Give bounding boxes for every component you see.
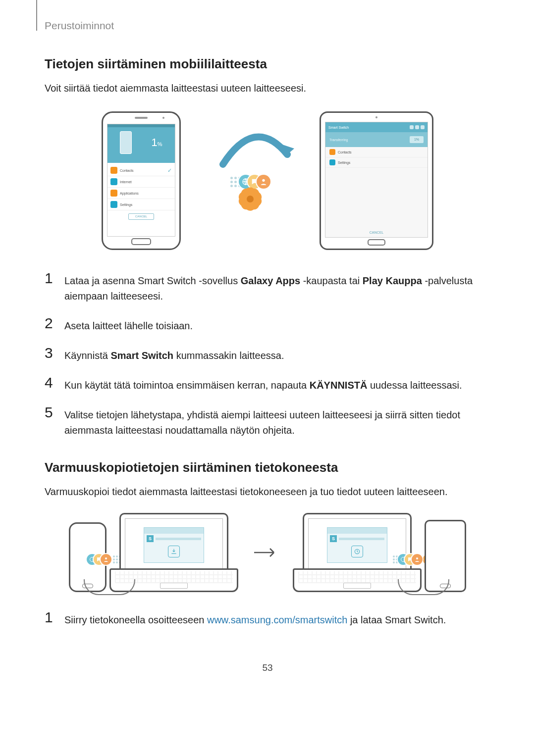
flower-icon xyxy=(233,182,268,216)
tablet-progress-chip: 1% xyxy=(410,136,424,143)
step1-text-a: Lataa ja asenna Smart Switch -sovellus xyxy=(64,275,241,286)
step4-bold: KÄYNNISTÄ xyxy=(310,380,368,391)
step-1: 1 Lataa ja asenna Smart Switch -sovellus… xyxy=(45,271,490,304)
download-icon xyxy=(168,546,180,557)
section1-intro: Voit siirtää tiedot aiemmasta laitteesta… xyxy=(45,81,490,96)
step5-text: Valitse tietojen lähetystapa, yhdistä ai… xyxy=(64,405,490,438)
phone-row-internet: Internet xyxy=(120,180,132,184)
laptop-app-badge: S xyxy=(330,535,337,542)
phone-row-contacts: Contacts xyxy=(120,169,134,172)
step4-text-c: uudessa laitteessasi. xyxy=(367,380,462,391)
tablet-subtitle: Transferring xyxy=(329,138,348,142)
step3-text-c: kummassakin laitteessa. xyxy=(173,350,284,361)
phone-progress-number: 1 xyxy=(151,136,157,149)
step-5: 5 Valitse tietojen lähetystapa, yhdistä … xyxy=(45,405,490,438)
svg-point-7 xyxy=(247,196,254,202)
step1-bold-1: Galaxy Apps xyxy=(241,275,300,286)
step1-bold-2: Play Kauppa xyxy=(363,275,422,286)
step2-1: 1 Siirry tietokoneella osoitteeseen www.… xyxy=(45,610,490,628)
section2-title: Varmuuskopiotietojen siirtäminen tietoko… xyxy=(45,460,490,475)
arc-arrow-icon xyxy=(211,127,300,172)
step-2: 2 Aseta laitteet lähelle toisiaan. xyxy=(45,316,490,334)
figure-mobile-transfer: 1% Contacts✓ Internet Applications Setti… xyxy=(45,111,490,250)
tablet-cancel-button: CANCEL xyxy=(370,231,383,234)
phone-row-apps: Applications xyxy=(120,192,139,195)
step2-text: Aseta laitteet lähelle toisiaan. xyxy=(64,316,193,334)
step1-text-c: -kaupasta tai xyxy=(300,275,363,286)
step3-bold: Smart Switch xyxy=(110,350,173,361)
svg-point-9 xyxy=(105,557,107,559)
arrow-right-icon xyxy=(253,543,278,562)
step-3: 3 Käynnistä Smart Switch kummassakin lai… xyxy=(45,346,490,363)
section2-intro: Varmuuskopioi tiedot aiemmasta laitteest… xyxy=(45,484,490,499)
tablet-row-settings: Settings xyxy=(338,161,350,164)
tablet-mockup: Smart Switch Transferring1% Contacts Set… xyxy=(320,111,433,250)
tablet-row-contacts: Contacts xyxy=(338,151,352,154)
phone-progress-suffix: % xyxy=(158,141,162,147)
steps-list-1: 1 Lataa ja asenna Smart Switch -sovellus… xyxy=(45,271,490,438)
phone-cancel-button: CANCEL xyxy=(128,213,154,220)
phone-row-settings: Settings xyxy=(120,203,132,206)
step-4: 4 Kun käytät tätä toimintoa ensimmäisen … xyxy=(45,375,490,393)
header-rule xyxy=(36,0,37,31)
figure-pc-transfer: S S xyxy=(45,513,490,592)
step2-1-text-a: Siirry tietokoneella osoitteeseen xyxy=(64,614,207,625)
step2-1-text-b: ja lataa Smart Switch. xyxy=(347,614,446,625)
page-number: 53 xyxy=(45,662,490,673)
cable-icon xyxy=(84,579,135,595)
breadcrumb: Perustoiminnot xyxy=(45,20,490,32)
smartswitch-link[interactable]: www.samsung.com/smartswitch xyxy=(207,614,347,625)
tablet-title: Smart Switch xyxy=(328,126,349,129)
step3-text-a: Käynnistä xyxy=(64,350,110,361)
section1-title: Tietojen siirtäminen mobiililaitteesta xyxy=(45,56,490,72)
cable-icon xyxy=(398,579,449,595)
svg-point-18 xyxy=(416,557,418,559)
transfer-icons xyxy=(215,121,285,240)
restore-icon xyxy=(351,546,363,557)
steps-list-2: 1 Siirry tietokoneella osoitteeseen www.… xyxy=(45,610,490,628)
laptop-app-badge: S xyxy=(147,535,154,542)
step4-text-a: Kun käytät tätä toimintoa ensimmäisen ke… xyxy=(64,380,310,391)
phone-mockup: 1% Contacts✓ Internet Applications Setti… xyxy=(102,111,181,250)
